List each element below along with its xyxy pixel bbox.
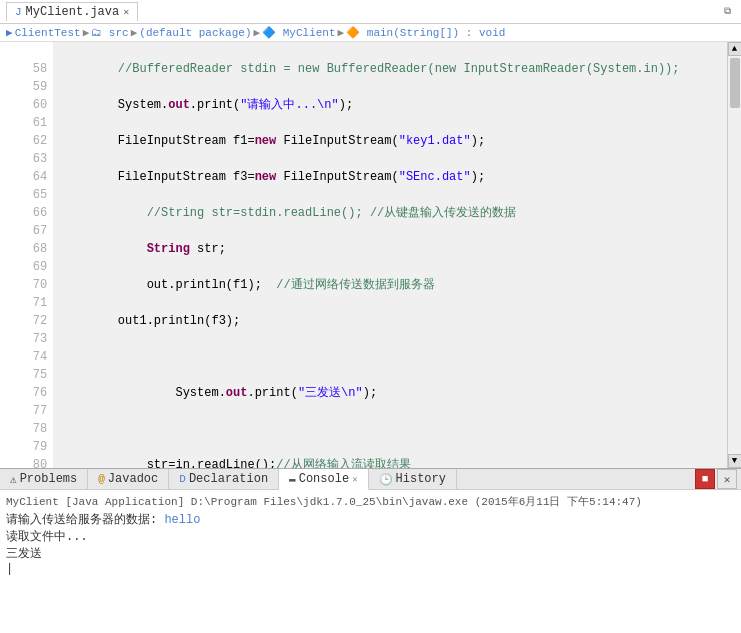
line-numbers: 58 59 60 61 62 63 64 65 66 67 68 69 70 7… (0, 42, 54, 468)
javadoc-icon: @ (98, 473, 105, 485)
breadcrumb-run-icon: ▶ (6, 26, 13, 39)
stop-icon: ■ (702, 473, 709, 485)
breadcrumb: ▶ ClientTest ▶ 🗂 src ▶ (default package)… (0, 24, 741, 42)
problems-label: Problems (20, 472, 78, 486)
console-info-line: MyClient [Java Application] D:\Program F… (6, 492, 735, 511)
cursor-symbol: | (6, 562, 13, 576)
breadcrumb-item-0[interactable]: ClientTest (15, 27, 81, 39)
history-icon: 🕒 (379, 473, 393, 486)
javadoc-label: Javadoc (108, 472, 158, 486)
v-scroll-thumb[interactable] (730, 58, 740, 108)
declaration-icon: D (179, 473, 186, 485)
v-scroll-track[interactable] (729, 56, 741, 454)
tab-javadoc[interactable]: @ Javadoc (88, 469, 169, 489)
vertical-scrollbar[interactable]: ▲ ▼ (727, 42, 741, 468)
console-icon: ▬ (289, 473, 296, 485)
bottom-panel: ⚠ Problems @ Javadoc D Declaration ▬ Con… (0, 468, 741, 633)
code-line-63: String str; (60, 240, 721, 258)
code-line-66 (60, 348, 721, 366)
tab-history[interactable]: 🕒 History (369, 469, 457, 489)
breadcrumb-item-1[interactable]: 🗂 src (91, 26, 128, 39)
tab-filename: MyClient.java (26, 5, 120, 19)
close-icon: ✕ (724, 473, 731, 486)
v-scroll-down-btn[interactable]: ▼ (728, 454, 742, 468)
title-bar: J MyClient.java ✕ ⧉ (0, 0, 741, 24)
code-line-61: FileInputStream f3=new FileInputStream("… (60, 168, 721, 186)
code-line-62: //String str=stdin.readLine(); //从键盘输入传发… (60, 204, 721, 222)
console-label: Console (299, 472, 349, 486)
code-line-58: //BufferedReader stdin = new BufferedRea… (60, 60, 721, 78)
code-content[interactable]: //BufferedReader stdin = new BufferedRea… (54, 42, 727, 468)
breadcrumb-item-2[interactable]: (default package) (139, 27, 251, 39)
code-line-68 (60, 420, 721, 438)
code-scroll-area[interactable]: 58 59 60 61 62 63 64 65 66 67 68 69 70 7… (0, 42, 727, 468)
console-cursor[interactable]: | (6, 562, 735, 576)
tab-console[interactable]: ▬ Console ✕ (279, 469, 368, 490)
code-line-65: out1.println(f3); (60, 312, 721, 330)
v-scroll-up-btn[interactable]: ▲ (728, 42, 742, 56)
tab-problems[interactable]: ⚠ Problems (0, 469, 88, 489)
code-line-60: FileInputStream f1=new FileInputStream("… (60, 132, 721, 150)
code-line-67: System.out.print("三发送\n"); (60, 384, 721, 402)
editor-main: 58 59 60 61 62 63 64 65 66 67 68 69 70 7… (0, 42, 741, 468)
code-line-59: System.out.print("请输入中...\n"); (60, 96, 721, 114)
code-line-64: out.println(f1); //通过网络传送数据到服务器 (60, 276, 721, 294)
breadcrumb-item-4[interactable]: 🔶 main(String[]) : void (346, 26, 505, 39)
close-console-button[interactable]: ✕ (717, 469, 737, 489)
console-output-line2: 三发送 (6, 545, 735, 562)
console-content[interactable]: MyClient [Java Application] D:\Program F… (0, 490, 741, 633)
problems-icon: ⚠ (10, 473, 17, 486)
prompt-value: hello (164, 513, 200, 527)
prompt-text: 请输入传送给服务器的数据: (6, 513, 157, 527)
restore-icon[interactable]: ⧉ (720, 6, 735, 17)
panel-actions: ■ ✕ (695, 469, 741, 489)
console-output-line1: 读取文件中... (6, 528, 735, 545)
stop-button[interactable]: ■ (695, 469, 715, 489)
console-prompt: 请输入传送给服务器的数据: hello (6, 511, 735, 528)
file-icon: J (15, 6, 22, 18)
panel-tabs: ⚠ Problems @ Javadoc D Declaration ▬ Con… (0, 469, 741, 490)
history-label: History (396, 472, 446, 486)
declaration-label: Declaration (189, 472, 268, 486)
tab-declaration[interactable]: D Declaration (169, 469, 279, 489)
breadcrumb-item-3[interactable]: 🔷 MyClient (262, 26, 335, 39)
tab-close-icon[interactable]: ✕ (123, 6, 129, 18)
console-active-icon: ✕ (352, 474, 357, 485)
code-inner: 58 59 60 61 62 63 64 65 66 67 68 69 70 7… (0, 42, 727, 468)
code-line-69: str=in.readLine();//从网络输入流读取结果 (60, 456, 721, 468)
editor-tab[interactable]: J MyClient.java ✕ (6, 2, 138, 21)
